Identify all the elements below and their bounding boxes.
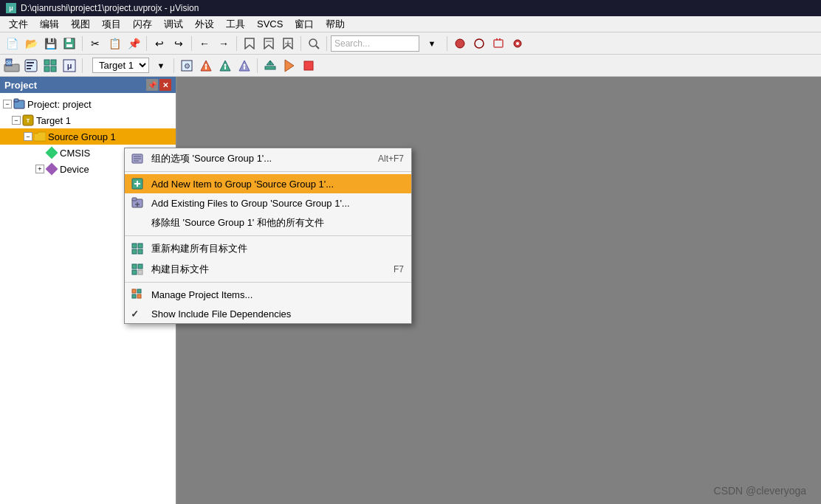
menu-svcs[interactable]: SVCS <box>251 17 289 31</box>
target-dropdown[interactable]: Target 1 <box>92 58 149 73</box>
new-file-btn[interactable]: 📄 <box>3 35 21 52</box>
nav-fwd-btn[interactable]: → <box>215 35 233 52</box>
build-target-label: 构建目标文件 <box>151 263 209 276</box>
svg-rect-37 <box>224 66 226 69</box>
source-group-folder-icon <box>34 131 46 142</box>
menu-bar: 文件 编辑 视图 项目 闪存 调试 外设 工具 SVCS 窗口 帮助 <box>0 16 821 32</box>
svg-rect-24 <box>27 68 31 69</box>
svg-rect-71 <box>137 289 141 293</box>
tree-source-group[interactable]: − Source Group 1 <box>0 128 176 145</box>
ctx-group-options[interactable]: 组的选项 'Source Group 1'... Alt+F7 <box>125 148 411 169</box>
sep6 <box>326 36 327 51</box>
svg-point-38 <box>224 63 227 66</box>
build-target-shortcut: F7 <box>394 264 404 275</box>
cut-btn[interactable]: ✂ <box>86 35 104 52</box>
add-existing-label: Add Existing Files to Group 'Source Grou… <box>151 198 350 209</box>
menu-debug[interactable]: 调试 <box>158 16 189 32</box>
search-input-box[interactable]: Search... <box>331 35 419 52</box>
svg-text:⚙: ⚙ <box>184 62 190 70</box>
project-config-btn[interactable] <box>22 57 40 75</box>
ctx-manage-project[interactable]: Manage Project Items... <box>125 285 411 304</box>
undo-btn[interactable]: ↩ <box>151 35 168 52</box>
svg-point-12 <box>475 39 484 48</box>
menu-window[interactable]: 窗口 <box>289 16 320 32</box>
save-btn[interactable]: 💾 <box>41 35 59 52</box>
device-expander[interactable]: + <box>35 165 44 173</box>
svg-rect-48 <box>14 99 18 102</box>
svg-text:T: T <box>27 117 30 124</box>
device-label: Device <box>60 164 89 175</box>
svg-point-17 <box>516 42 519 45</box>
rebuild-all-label: 重新构建所有目标文件 <box>151 242 247 255</box>
target-select-area: Target 1 ▼ <box>92 57 170 75</box>
ctx-rebuild-all[interactable]: 重新构建所有目标文件 <box>125 238 411 259</box>
build-btn[interactable] <box>197 57 215 75</box>
menu-peripheral[interactable]: 外设 <box>189 16 220 32</box>
remove-group-label: 移除组 'Source Group 1' 和他的所有文件 <box>151 216 324 229</box>
nav-back-btn[interactable]: ← <box>196 35 213 52</box>
root-expander[interactable]: − <box>3 100 12 108</box>
ctx-add-existing[interactable]: Add Existing Files to Group 'Source Grou… <box>125 193 411 213</box>
download-btn[interactable] <box>261 57 279 75</box>
group-options-icon <box>131 152 144 165</box>
context-menu: 组的选项 'Source Group 1'... Alt+F7 Add New … <box>124 148 412 324</box>
redo-btn[interactable]: ↪ <box>170 35 188 52</box>
save-all-btn[interactable] <box>61 35 78 52</box>
ctx-add-new-item[interactable]: Add New Item to Group 'Source Group 1'..… <box>125 174 411 193</box>
memory-btn[interactable] <box>489 35 507 52</box>
source-group-expander[interactable]: − <box>24 132 32 141</box>
svg-marker-3 <box>245 38 254 49</box>
target-options-btn[interactable]: ▼ <box>152 57 170 75</box>
tree-root[interactable]: − Project: project <box>0 96 176 112</box>
ctx-remove-group[interactable]: 移除组 'Source Group 1' 和他的所有文件 <box>125 213 411 233</box>
svg-rect-73 <box>137 294 141 298</box>
panel-close-btn[interactable]: ✕ <box>159 79 171 91</box>
menu-project[interactable]: 项目 <box>96 16 127 32</box>
load-btn[interactable]: LOAD <box>3 57 21 75</box>
svg-rect-23 <box>27 65 32 66</box>
menu-tools[interactable]: 工具 <box>220 16 251 32</box>
rebuild-btn[interactable] <box>216 57 234 75</box>
sep5 <box>300 36 301 51</box>
build-target-icon <box>131 263 144 276</box>
toolbar-secondary: LOAD μ Target 1 ▼ ⚙ <box>0 55 821 77</box>
menu-edit[interactable]: 编辑 <box>34 16 65 32</box>
sep-t2-2 <box>174 58 174 73</box>
start-debug-btn[interactable] <box>281 57 298 75</box>
target-expander[interactable]: − <box>12 116 21 125</box>
paste-btn[interactable]: 📌 <box>125 35 142 52</box>
tree-target[interactable]: − T Target 1 <box>0 112 176 128</box>
bookmark2-btn[interactable] <box>260 35 278 52</box>
stop-debug-btn[interactable] <box>300 57 317 75</box>
rebuild-all-icon <box>131 242 144 255</box>
svg-rect-72 <box>132 294 136 298</box>
target-config-btn[interactable]: ⚙ <box>178 57 196 75</box>
new-uvision-btn[interactable]: μ <box>61 57 78 75</box>
svg-rect-59 <box>132 198 137 201</box>
menu-help[interactable]: 帮助 <box>320 16 351 32</box>
batch-build-btn[interactable] <box>236 57 253 75</box>
project-icon <box>13 98 25 110</box>
bookmark1-btn[interactable] <box>241 35 258 52</box>
menu-flash[interactable]: 闪存 <box>127 16 158 32</box>
peripherals-btn[interactable] <box>509 35 526 52</box>
menu-file[interactable]: 文件 <box>3 16 34 32</box>
ctx-build-target[interactable]: 构建目标文件 F7 <box>125 259 411 280</box>
svg-rect-25 <box>44 60 49 65</box>
search-btn[interactable] <box>305 35 323 52</box>
menu-view[interactable]: 视图 <box>65 16 96 32</box>
bookmark3-btn[interactable] <box>279 35 297 52</box>
svg-rect-22 <box>27 62 34 63</box>
svg-rect-2 <box>66 44 72 47</box>
sep4 <box>236 36 237 51</box>
panel-pin-btn[interactable]: 📌 <box>146 79 158 91</box>
copy-btn[interactable]: 📋 <box>106 35 123 52</box>
group-options-label: 组的选项 'Source Group 1'... <box>151 152 272 165</box>
open-btn[interactable]: 📂 <box>22 35 40 52</box>
ctx-show-includes[interactable]: ✓ Show Include File Dependencies <box>125 304 411 323</box>
target-label: Target 1 <box>36 115 71 126</box>
search-go-btn[interactable]: ▼ <box>421 35 443 52</box>
live-watch-btn[interactable] <box>451 35 469 52</box>
manage-btn[interactable] <box>41 57 59 75</box>
watch-btn[interactable] <box>470 35 488 52</box>
